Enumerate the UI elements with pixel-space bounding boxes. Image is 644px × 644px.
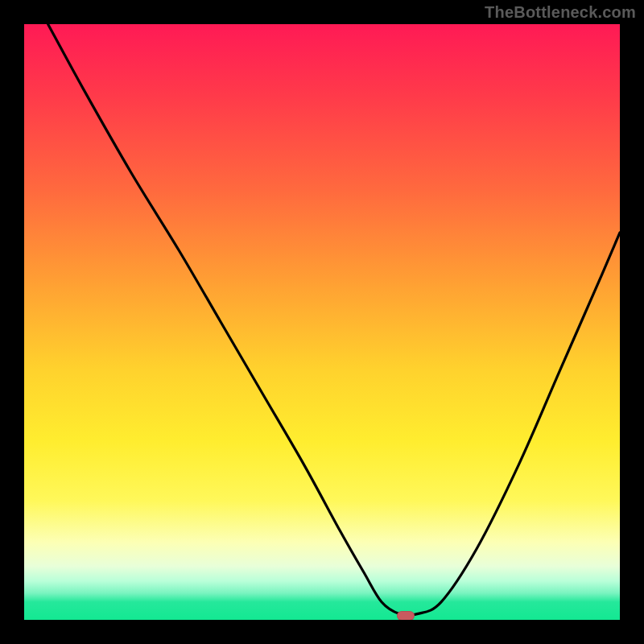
watermark-text: TheBottleneck.com xyxy=(485,3,636,22)
bottleneck-curve xyxy=(24,24,620,620)
optimal-marker xyxy=(397,611,415,620)
chart-frame: TheBottleneck.com xyxy=(0,0,644,644)
plot-area xyxy=(24,24,620,620)
